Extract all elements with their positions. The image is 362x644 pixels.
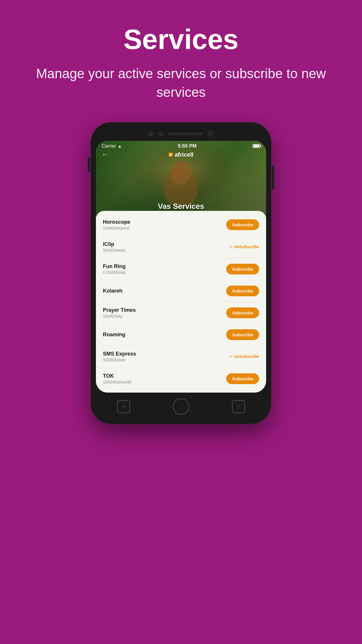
africell-signal-icon: 📶 xyxy=(168,153,173,157)
service-price: 5GMD/week xyxy=(103,248,125,253)
service-price: 1GMD/day xyxy=(103,314,136,318)
phone-screen: Carrier ▲ 5:55 PM ← xyxy=(96,141,266,393)
service-item-horoscope: Horoscope 1GMD/request Subscribe xyxy=(96,214,266,236)
nav-bar: ← 📶 africell xyxy=(96,151,266,158)
unsubscribe-label: UnSubscribe xyxy=(234,244,259,249)
carrier-text: Carrier xyxy=(102,144,116,149)
subscribe-button-funring[interactable]: Subscribe xyxy=(226,264,259,274)
service-item-prayer: Prayer Times 1GMD/day Subscribe xyxy=(96,302,266,324)
side-button-left xyxy=(88,157,90,172)
phone-wrapper: Carrier ▲ 5:55 PM ← xyxy=(91,122,271,424)
service-info: Prayer Times 1GMD/day xyxy=(103,307,136,318)
back-button[interactable]: ← xyxy=(102,151,108,158)
subscribe-button-kolareh[interactable]: Subscribe xyxy=(226,286,259,296)
page-header: Services Manage your active services or … xyxy=(0,0,362,111)
phone-dot-center xyxy=(158,131,164,136)
service-info: iClip 5GMD/week xyxy=(103,241,125,253)
subscribe-button-tok[interactable]: Subscribe xyxy=(226,373,259,384)
service-item-funring: Fun Ring 0.5GMD/day Subscribe xyxy=(96,258,266,280)
page-subtitle: Manage your active services or subscribe… xyxy=(29,64,333,102)
phone-dot-left xyxy=(148,131,154,136)
phone-speaker xyxy=(168,132,203,135)
service-info: Fun Ring 0.5GMD/day xyxy=(103,263,126,275)
phone-camera xyxy=(208,131,214,137)
service-item-sms: SMS Express 5GMD/week ✓ UnSubscribe xyxy=(96,346,266,368)
service-item-iclip: iClip 5GMD/week ✓ UnSubscribe xyxy=(96,236,266,258)
services-list: Horoscope 1GMD/request Subscribe iClip 5… xyxy=(96,211,266,393)
service-info: TOK 150GMD/month xyxy=(103,373,132,384)
subscribe-button-prayer[interactable]: Subscribe xyxy=(226,307,259,318)
service-info: Roaming xyxy=(103,332,125,338)
recent-nav-button[interactable]: □ xyxy=(232,400,245,413)
phone-top-bar xyxy=(96,127,266,141)
service-item-roaming: Roaming Subscribe xyxy=(96,324,266,346)
wifi-icon: ▲ xyxy=(118,144,122,148)
page-title: Services xyxy=(29,23,333,55)
time-text: 5:55 PM xyxy=(178,143,196,149)
status-center: 5:55 PM xyxy=(178,143,196,149)
service-name: Fun Ring xyxy=(103,263,126,270)
check-icon: ✓ xyxy=(229,244,233,249)
service-info: SMS Express 5GMD/week xyxy=(103,351,136,362)
subscribe-button-roaming[interactable]: Subscribe xyxy=(226,329,259,340)
unsubscribe-button-iclip[interactable]: ✓ UnSubscribe xyxy=(229,244,259,249)
service-name: iClip xyxy=(103,241,125,247)
service-name: Horoscope xyxy=(103,219,130,225)
status-right xyxy=(253,144,260,148)
service-price: 1GMD/request xyxy=(103,226,130,230)
service-price: 5GMD/week xyxy=(103,358,136,362)
service-item-kolareh: Kolareh Subscribe xyxy=(96,280,266,302)
service-name: TOK xyxy=(103,373,132,379)
service-info: Kolareh xyxy=(103,288,122,294)
service-name: Roaming xyxy=(103,332,125,338)
battery-icon xyxy=(253,144,260,148)
service-name: Kolareh xyxy=(103,288,122,294)
app-title: 📶 africell xyxy=(168,151,193,158)
hero-image: ← 📶 africell xyxy=(96,141,266,217)
page-background: Services Manage your active services or … xyxy=(0,0,362,644)
home-nav-button[interactable] xyxy=(173,398,189,415)
check-icon-sms: ✓ xyxy=(229,354,233,359)
status-left: Carrier ▲ xyxy=(102,144,122,149)
hero-title: Vas Services xyxy=(158,202,204,211)
app-name-text: africell xyxy=(175,151,193,158)
unsubscribe-label-sms: UnSubscribe xyxy=(234,354,259,359)
service-info: Horoscope 1GMD/request xyxy=(103,219,130,230)
service-name: SMS Express xyxy=(103,351,136,357)
svg-point-2 xyxy=(171,161,191,185)
side-button-right xyxy=(272,166,274,189)
service-name: Prayer Times xyxy=(103,307,136,313)
service-price: 150GMD/month xyxy=(103,380,132,384)
back-nav-button[interactable]: ◁ xyxy=(117,400,130,413)
phone-outer: Carrier ▲ 5:55 PM ← xyxy=(91,122,271,424)
unsubscribe-button-sms[interactable]: ✓ UnSubscribe xyxy=(229,354,259,359)
service-price: 0.5GMD/day xyxy=(103,270,126,275)
status-bar: Carrier ▲ 5:55 PM xyxy=(96,141,266,151)
phone-bottom-bar: ◁ □ xyxy=(96,393,266,419)
service-item-tok: TOK 150GMD/month Subscribe xyxy=(96,368,266,390)
subscribe-button-horoscope[interactable]: Subscribe xyxy=(226,219,259,230)
